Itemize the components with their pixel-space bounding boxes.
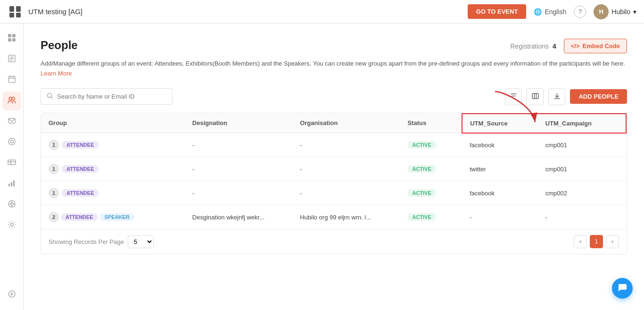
search-box[interactable] [41,88,173,105]
search-input[interactable] [57,93,166,100]
svg-point-30 [11,201,12,203]
search-icon [47,92,53,101]
utm-source-cell: facebook [462,181,537,205]
designation-cell: Desgination wkejnfj wekr... [185,205,292,229]
organisation-cell: - [292,157,400,181]
pagination: ‹ 1 › [574,235,619,248]
svg-rect-6 [8,38,11,42]
group-number: 2 [49,212,59,222]
per-page-select[interactable]: 5 10 25 50 [128,235,154,248]
user-menu[interactable]: H Hubilo ▾ [594,4,636,19]
download-button[interactable] [548,88,565,105]
settings-icon [8,220,16,231]
sidebar-item-grid[interactable] [2,154,21,173]
go-to-event-button[interactable]: GO TO EVENT [468,4,527,19]
sidebar-item-integrations[interactable] [2,195,21,214]
next-page-button[interactable]: › [606,235,619,248]
embed-code-label: Embed Code [583,42,620,50]
col-group: Group [41,114,185,133]
utm-campaign-cell: cmp002 [538,181,626,205]
sidebar-item-email[interactable] [2,112,21,131]
svg-point-16 [9,97,12,100]
group-cell: 1 ATTENDEE [41,133,185,157]
email-icon [8,117,16,127]
engagement-icon [8,137,16,148]
page-1-button[interactable]: 1 [590,235,603,248]
header-left: UTM testing [AG] [8,4,83,19]
sidebar-item-engagement[interactable] [2,133,21,152]
language-label: English [545,8,566,16]
utm-campaign-cell: cmp001 [538,157,626,181]
sidebar-item-schedule[interactable] [2,71,21,90]
dashboard-icon [8,34,16,44]
status-badge: ACTIVE [407,213,436,221]
sidebar-item-settings[interactable] [2,216,21,235]
group-number: 1 [49,188,59,198]
toolbar-right: ADD PEOPLE [505,88,627,105]
sidebar-item-dashboard[interactable] [2,29,21,48]
add-icon [8,290,16,300]
utm-campaign-cell: cmp001 [538,133,626,157]
group-cell: 1 ATTENDEE [41,181,185,205]
records-per-page: Showing Records Per Page 5 10 25 50 [49,235,154,248]
svg-rect-0 [9,6,14,12]
learn-more-link[interactable]: Learn More [41,70,72,77]
registrations-label: Registrations [510,42,549,50]
svg-rect-2 [9,13,14,17]
sidebar-item-analytics[interactable] [2,175,21,193]
table-row: 1 ATTENDEE - - ACTIVE twitter cmp001 [41,157,626,181]
embed-code-button[interactable]: </> Embed Code [564,39,627,53]
attendee-badge: ATTENDEE [62,189,99,197]
logo-icon [8,4,23,19]
svg-rect-7 [12,38,16,42]
col-utm-source: UTM_Source [462,114,537,133]
page-title: People [41,39,78,52]
filter-icon [510,92,517,101]
filter-button[interactable] [505,88,522,105]
columns-button[interactable] [527,88,544,105]
utm-source-cell: - [462,205,537,229]
svg-rect-1 [16,6,21,12]
svg-rect-38 [532,93,538,99]
header-right: GO TO EVENT 🌐 English ? H Hubilo ▾ [468,4,636,19]
sidebar [0,24,24,310]
prev-page-button[interactable]: ‹ [574,235,587,248]
svg-rect-25 [11,182,12,186]
col-status: Status [400,114,462,133]
help-icon[interactable]: ? [574,6,586,18]
chat-button[interactable] [612,278,633,299]
status-cell: ACTIVE [400,133,462,157]
svg-point-29 [13,203,14,205]
showing-label: Showing Records Per Page [49,238,124,245]
group-cell: 2 ATTENDEE SPEAKER [41,205,185,229]
integrations-icon [8,200,16,210]
table-footer: Showing Records Per Page 5 10 25 50 ‹ 1 … [41,229,627,254]
add-people-button[interactable]: ADD PEOPLE [570,89,627,104]
people-table: Group Designation Organisation Status UT… [41,113,627,229]
notes-icon [8,54,16,65]
sidebar-item-people[interactable] [2,92,21,110]
people-icon [8,96,16,106]
user-name: Hubilo [611,8,630,16]
svg-rect-5 [12,34,16,37]
status-cell: ACTIVE [400,205,462,229]
utm-source-cell: facebook [462,133,537,157]
language-selector[interactable]: 🌐 English [534,8,566,16]
table-row: 1 ATTENDEE - - ACTIVE facebook cmp001 [41,133,626,157]
svg-point-31 [11,205,12,207]
download-icon [553,92,561,101]
sidebar-item-add[interactable] [2,285,21,304]
group-number: 1 [49,164,59,174]
toolbar: ADD PEOPLE [41,88,627,105]
utm-source-cell: twitter [462,157,537,181]
columns-icon [532,92,539,101]
svg-rect-26 [13,180,15,186]
svg-rect-24 [8,184,10,186]
status-cell: ACTIVE [400,181,462,205]
page-description: Add/Manage different groups of an event:… [41,59,627,79]
analytics-icon [8,179,16,189]
calendar-icon [8,75,16,85]
top-header: UTM testing [AG] GO TO EVENT 🌐 English ?… [0,0,644,24]
code-icon: </> [571,42,580,50]
sidebar-item-notes[interactable] [2,50,21,69]
